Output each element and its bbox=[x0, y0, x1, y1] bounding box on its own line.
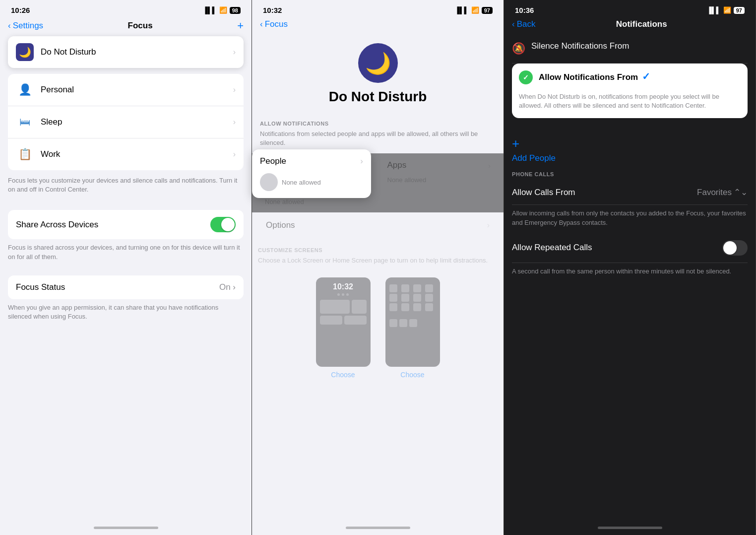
widget-row-1 bbox=[320, 300, 367, 314]
phone-calls-header: PHONE CALLS bbox=[512, 171, 748, 177]
allow-calls-from-row[interactable]: Allow Calls From Favorites ⌃⌄ bbox=[512, 180, 748, 205]
home-bar-2 bbox=[346, 527, 410, 529]
allow-repeated-label: Allow Repeated Calls bbox=[512, 243, 592, 253]
sleep-item[interactable]: 🛏 Sleep › bbox=[8, 106, 244, 138]
dot-2 bbox=[342, 293, 344, 296]
silence-option-row[interactable]: 🔕 Silence Notifications From bbox=[512, 33, 748, 64]
dnd-header: 🌙 Do Not Disturb bbox=[252, 33, 504, 117]
customize-header: CUSTOMIZE SCREENS bbox=[258, 243, 498, 255]
panel-1-focus-list: 10:26 ▐▌▌ 📶 98 ‹ Settings Focus + 🌙 Do N… bbox=[0, 0, 252, 535]
dock-icon-2 bbox=[399, 319, 407, 327]
time-2: 10:32 bbox=[263, 6, 282, 14]
signal-icon-2: ▐▌▌ bbox=[455, 6, 469, 14]
home-indicator-3 bbox=[504, 520, 756, 535]
share-devices-row[interactable]: Share Across Devices bbox=[8, 210, 244, 239]
allow-repeated-toggle[interactable] bbox=[722, 240, 748, 256]
silence-bell-icon: 🔕 bbox=[512, 42, 525, 55]
signal-icon-3: ▐▌▌ bbox=[707, 6, 721, 14]
sleep-icon: 🛏 bbox=[16, 113, 34, 131]
widget-4 bbox=[344, 316, 367, 325]
allow-notif-header: ALLOW NOTIFICATIONS bbox=[252, 117, 504, 129]
share-devices-desc: Focus is shared across your devices, and… bbox=[0, 239, 252, 267]
do-not-disturb-item[interactable]: 🌙 Do Not Disturb › bbox=[8, 36, 244, 68]
settings-back-button[interactable]: ‹ Settings bbox=[8, 21, 43, 31]
widget-3 bbox=[320, 316, 342, 325]
status-bar-1: 10:26 ▐▌▌ 📶 98 bbox=[0, 0, 252, 17]
personal-chevron-icon: › bbox=[233, 85, 236, 94]
allow-notif-cards: People › None allowed People › None allo… bbox=[252, 153, 504, 212]
focus-back-button[interactable]: ‹ Focus bbox=[260, 19, 288, 29]
dnd-icon: 🌙 bbox=[16, 43, 34, 61]
lock-screen-time: 10:32 bbox=[320, 282, 367, 291]
allow-option-row[interactable]: ✓ Allow Notifications From ✓ bbox=[519, 64, 741, 89]
silence-option-label: Silence Notifications From bbox=[531, 41, 748, 51]
home-bar-3 bbox=[598, 527, 662, 529]
work-chevron-icon: › bbox=[233, 150, 236, 159]
phone-calls-section: PHONE CALLS Allow Calls From Favorites ⌃… bbox=[504, 167, 756, 282]
signal-icon-1: ▐▌▌ bbox=[203, 6, 217, 14]
personal-icon: 👤 bbox=[16, 81, 34, 99]
add-people-button[interactable]: Add People bbox=[512, 153, 556, 163]
widget-2 bbox=[352, 300, 367, 314]
share-devices-section: Share Across Devices bbox=[8, 210, 244, 239]
options-row[interactable]: Options › bbox=[258, 213, 498, 237]
lock-screen-mock: 10:32 Choose bbox=[314, 277, 373, 379]
allow-calls-label: Allow Calls From bbox=[512, 188, 575, 198]
personal-label: Personal bbox=[41, 85, 233, 95]
lock-choose-button[interactable]: Choose bbox=[331, 371, 355, 379]
allow-calls-desc: Allow incoming calls from only the conta… bbox=[512, 205, 748, 233]
focus-page-title: Focus bbox=[128, 21, 153, 31]
chevron-left-icon-2: ‹ bbox=[260, 19, 263, 29]
popup-avatar bbox=[260, 173, 278, 191]
allow-repeated-calls-row[interactable]: Allow Repeated Calls bbox=[512, 233, 748, 263]
status-bar-3: 10:36 ▐▌▌ 📶 97 bbox=[504, 0, 756, 17]
sleep-label: Sleep bbox=[41, 117, 233, 127]
wifi-icon-1: 📶 bbox=[219, 6, 227, 14]
customize-desc: Choose a Lock Screen or Home Screen page… bbox=[258, 255, 498, 269]
focus-status-section: Focus Status On › bbox=[8, 275, 244, 299]
home-indicator-1 bbox=[0, 520, 252, 535]
allow-calls-value: Favorites ⌃⌄ bbox=[697, 187, 748, 198]
focus-status-chevron-icon: › bbox=[233, 282, 236, 292]
home-icon-11 bbox=[413, 303, 421, 311]
allow-notif-section-card: ✓ Allow Notifications From ✓ When Do Not… bbox=[512, 64, 748, 118]
chevron-left-icon-3: ‹ bbox=[512, 19, 515, 29]
home-choose-button[interactable]: Choose bbox=[400, 371, 424, 379]
home-icon-6 bbox=[401, 294, 409, 302]
allow-option-left: ✓ Allow Notifications From bbox=[519, 70, 638, 84]
dnd-label: Do Not Disturb bbox=[41, 47, 233, 57]
focus-back-label: Focus bbox=[265, 19, 288, 29]
home-bar-1 bbox=[94, 527, 158, 529]
notifications-back-button[interactable]: ‹ Back bbox=[512, 19, 535, 29]
people-popup-card[interactable]: People › None allowed bbox=[252, 149, 371, 198]
work-item[interactable]: 📋 Work › bbox=[8, 138, 244, 170]
time-3: 10:36 bbox=[515, 6, 534, 14]
popup-people-row: None allowed bbox=[260, 173, 363, 191]
focus-status-row[interactable]: Focus Status On › bbox=[8, 275, 244, 299]
home-icon-4 bbox=[425, 284, 433, 292]
allow-repeated-desc: A second call from the same person withi… bbox=[512, 263, 748, 282]
battery-1: 98 bbox=[230, 7, 241, 14]
home-icon-12 bbox=[425, 303, 433, 311]
add-people-section: + Add People bbox=[504, 120, 756, 167]
status-bar-2: 10:32 ▐▌▌ 📶 97 bbox=[252, 0, 504, 17]
sleep-chevron-icon: › bbox=[233, 118, 236, 127]
add-people-plus-icon: + bbox=[512, 136, 519, 151]
popup-chevron-icon: › bbox=[360, 156, 363, 166]
home-icon-10 bbox=[401, 303, 409, 311]
silence-option-text: Silence Notifications From bbox=[531, 41, 748, 51]
personal-item[interactable]: 👤 Personal › bbox=[8, 74, 244, 106]
allow-checkmark-icon: ✓ bbox=[642, 70, 650, 82]
time-1: 10:26 bbox=[11, 6, 30, 14]
screen-previews: 10:32 Choose bbox=[258, 269, 498, 387]
home-icon-9 bbox=[389, 303, 397, 311]
home-dock-area bbox=[389, 319, 436, 327]
share-devices-toggle[interactable] bbox=[210, 217, 236, 232]
home-icon-5 bbox=[389, 294, 397, 302]
add-focus-button[interactable]: + bbox=[237, 19, 244, 32]
dnd-chevron-icon: › bbox=[233, 48, 236, 57]
lock-screen-dots bbox=[320, 293, 367, 296]
widget-row-2 bbox=[320, 316, 367, 325]
status-icons-2: ▐▌▌ 📶 97 bbox=[455, 6, 493, 14]
home-screen-frame bbox=[385, 277, 440, 367]
